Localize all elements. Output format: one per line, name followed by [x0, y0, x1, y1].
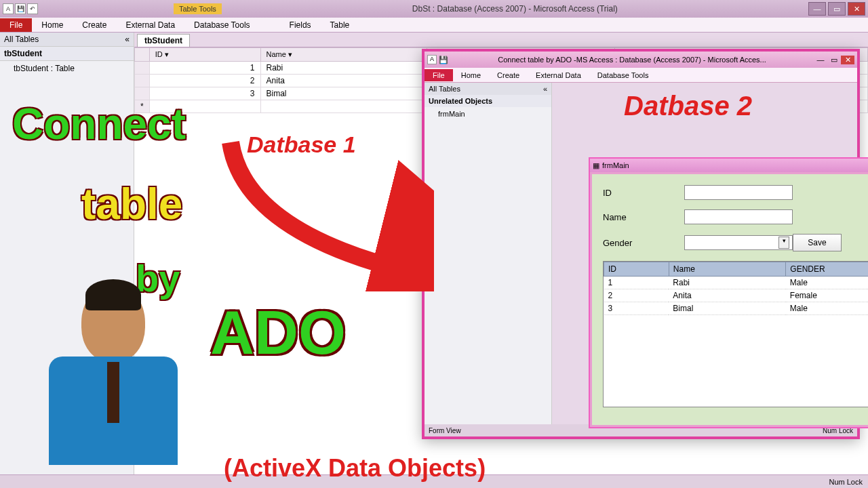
contextual-tab-label: Table Tools: [174, 3, 222, 14]
row-selector[interactable]: [135, 87, 150, 100]
main-titlebar: A 💾 ↶ Table Tools DbSt : Database (Acces…: [0, 0, 868, 18]
gender-label: Gender: [603, 238, 684, 248]
nav-item-frmmain[interactable]: frmMain: [425, 107, 551, 121]
cell[interactable]: 3: [149, 87, 260, 100]
nav-collapse-icon[interactable]: «: [543, 85, 547, 93]
nav-header-label: All Tables: [429, 85, 460, 93]
nav-group[interactable]: Unrelated Objects: [425, 95, 551, 107]
form-icon: ▦: [593, 161, 599, 170]
name-label: Name: [603, 212, 684, 222]
mdi-client-area: ▦ frmMain — ▭ ✕ ID Name G: [552, 83, 857, 424]
document-tab[interactable]: tbStudent: [137, 34, 190, 47]
qat-save-icon[interactable]: 💾: [439, 56, 448, 64]
maximize-button[interactable]: ▭: [827, 56, 841, 64]
name-input[interactable]: [684, 209, 793, 224]
grid-cell[interactable]: Male: [786, 277, 868, 289]
form-view-indicator: Form View: [429, 427, 461, 434]
grid-cell[interactable]: Male: [786, 302, 868, 315]
main-ribbon: File Home Create External Data Database …: [0, 18, 868, 33]
nav-collapse-icon[interactable]: «: [125, 35, 130, 44]
minimize-button[interactable]: —: [808, 2, 826, 16]
numlock-indicator: Num Lock: [829, 478, 863, 486]
nav-group[interactable]: tbStudent: [0, 47, 134, 61]
save-button[interactable]: Save: [793, 234, 842, 251]
grid-col-id[interactable]: ID: [604, 262, 669, 277]
cell[interactable]: [149, 100, 260, 113]
gender-combobox[interactable]: ▾: [684, 235, 793, 250]
cell[interactable]: [260, 100, 427, 113]
new-row-selector[interactable]: *: [135, 100, 150, 113]
status-bar: Num Lock: [0, 474, 868, 488]
grid-cell[interactable]: Bimal: [669, 302, 786, 315]
frmmain-window: ▦ frmMain — ▭ ✕ ID Name G: [589, 157, 868, 428]
chevron-down-icon[interactable]: ▾: [778, 237, 789, 249]
second-access-window: A 💾 Connect table by ADO -MS Access : Da…: [422, 49, 860, 439]
ribbon-tab-create[interactable]: Create: [73, 18, 116, 32]
file-tab[interactable]: File: [0, 18, 32, 32]
navigation-pane-2: All Tables« Unrelated Objects frmMain: [425, 83, 552, 424]
row-selector[interactable]: [135, 62, 150, 75]
ribbon-tab-database-tools[interactable]: Database Tools: [184, 18, 260, 32]
ribbon-tab-external-data[interactable]: External Data: [528, 69, 589, 81]
ribbon-tab-database-tools[interactable]: Database Tools: [589, 69, 657, 81]
ribbon-tab-home[interactable]: Home: [453, 69, 489, 81]
grid-cell[interactable]: Anita: [669, 289, 786, 302]
grid-cell[interactable]: Female: [786, 289, 868, 302]
ribbon-tab-create[interactable]: Create: [489, 69, 528, 81]
ribbon-tab-table[interactable]: Table: [321, 18, 359, 32]
col-name[interactable]: Name ▾: [260, 48, 427, 62]
col-id[interactable]: ID ▾: [149, 48, 260, 62]
cell[interactable]: Anita: [260, 75, 427, 87]
id-input[interactable]: [684, 185, 793, 200]
grid-cell[interactable]: 3: [604, 302, 669, 315]
grid-cell[interactable]: 2: [604, 289, 669, 302]
cell[interactable]: Rabi: [260, 62, 427, 75]
file-tab[interactable]: File: [425, 69, 453, 81]
dropdown-icon[interactable]: ▾: [165, 50, 169, 58]
app-icon: A: [3, 3, 14, 14]
cell[interactable]: Bimal: [260, 87, 427, 100]
grid-cell[interactable]: Rabi: [669, 277, 786, 289]
ribbon-tab-home[interactable]: Home: [32, 18, 73, 32]
ribbon-tab-fields[interactable]: Fields: [280, 18, 321, 32]
qat-undo-icon[interactable]: ↶: [27, 3, 38, 14]
dropdown-icon[interactable]: ▾: [288, 50, 292, 58]
grid-col-name[interactable]: Name: [669, 262, 786, 277]
data-grid[interactable]: ID Name GENDER 1RabiMale 2AnitaFemale 3B…: [603, 261, 868, 407]
id-label: ID: [603, 188, 684, 198]
grid-cell[interactable]: 1: [604, 277, 669, 289]
grid-col-gender[interactable]: GENDER: [786, 262, 868, 277]
minimize-button[interactable]: —: [814, 56, 827, 64]
form-title: frmMain: [599, 161, 868, 169]
window-title-2: Connect table by ADO -MS Access : Databa…: [450, 56, 814, 64]
close-button[interactable]: ✕: [841, 56, 854, 64]
nav-header[interactable]: All Tables «: [0, 33, 134, 47]
nav-item-tbstudent[interactable]: tbStudent : Table: [0, 61, 134, 76]
window-title: DbSt : Database (Access 2007) - Microsof…: [222, 4, 808, 14]
qat-save-icon[interactable]: 💾: [15, 3, 26, 14]
cell[interactable]: 1: [149, 62, 260, 75]
close-button[interactable]: ✕: [848, 2, 865, 16]
presenter-photo: [42, 283, 184, 473]
cell[interactable]: 2: [149, 75, 260, 87]
nav-header-label: All Tables: [4, 35, 39, 44]
app-icon: A: [427, 55, 437, 64]
select-all-cell[interactable]: [135, 48, 150, 62]
row-selector[interactable]: [135, 75, 150, 87]
ribbon-tab-external-data[interactable]: External Data: [116, 18, 184, 32]
maximize-button[interactable]: ▭: [828, 2, 846, 16]
